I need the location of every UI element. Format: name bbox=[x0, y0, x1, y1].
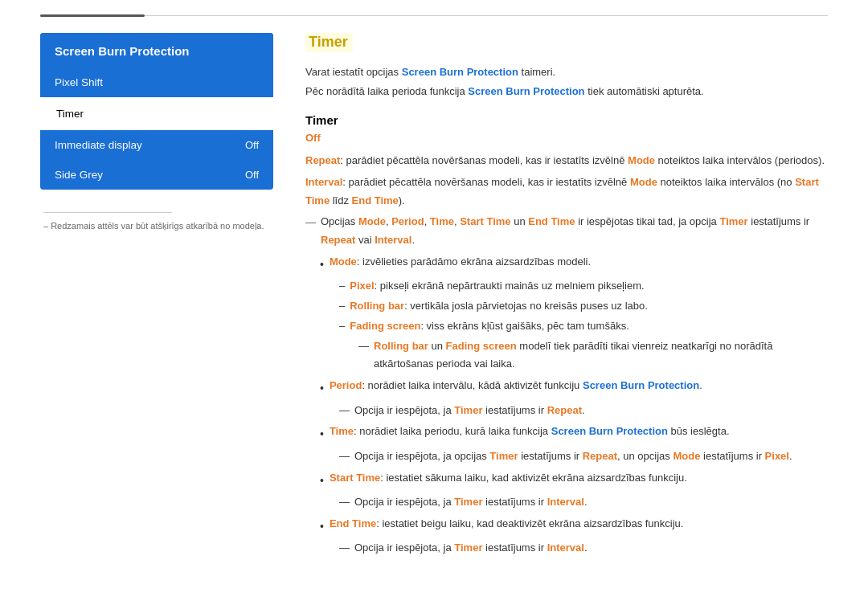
interval-label: Interval bbox=[305, 176, 342, 188]
note-end-time-text: Opcija ir iespējota, ja Timer iestatījum… bbox=[354, 539, 588, 558]
bullet-list: • Mode: izvēlieties parādāmo ekrāna aizs… bbox=[320, 253, 828, 558]
mode-ref-1: Mode bbox=[628, 154, 655, 166]
sub-dash: – bbox=[339, 277, 345, 296]
sidebar-item-label: Timer bbox=[56, 108, 84, 120]
note-time-text: Opcija ir iespējota, ja opcijas Timer ie… bbox=[354, 447, 792, 466]
bullet-end-time: • End Time: iestatiet beigu laiku, kad d… bbox=[320, 515, 828, 537]
bullet-time: • Time: norādiet laika periodu, kurā lai… bbox=[320, 423, 828, 444]
bullet-end-time-text: End Time: iestatiet beigu laiku, kad dea… bbox=[330, 515, 684, 533]
mode-ref-time: Mode bbox=[673, 450, 700, 462]
starttime-ref-2: Start Time bbox=[460, 215, 510, 227]
note-rolling-fading-text: Rolling bar un Fading screen modelī tiek… bbox=[374, 337, 828, 374]
note-rolling-fading: — Rolling bar un Fading screen modelī ti… bbox=[358, 337, 828, 374]
sub-list-mode: – Pixel: pikseļi ekrānā nepārtraukti mai… bbox=[339, 277, 828, 374]
sidebar-item-timer[interactable]: Timer bbox=[40, 97, 273, 130]
note-indent-dash: — bbox=[339, 493, 350, 512]
timer-ref-start: Timer bbox=[454, 496, 482, 508]
mode-ref-3: Mode bbox=[358, 215, 386, 227]
sub-dash: – bbox=[339, 297, 345, 316]
note-end-time: — Opcija ir iespējota, ja Timer iestatīj… bbox=[339, 539, 828, 558]
sidebar-panel: Screen Burn Protection Pixel Shift Timer… bbox=[40, 33, 273, 190]
start-time-label: Start Time bbox=[330, 472, 380, 484]
content-area: Timer Varat iestatīt opcijas Screen Burn… bbox=[305, 33, 828, 561]
bullet-period: • Period: norādiet laika intervālu, kādā… bbox=[320, 377, 828, 398]
note-text-1: Opcijas Mode, Period, Time, Start Time u… bbox=[321, 213, 828, 250]
note-start-time-text: Opcija ir iespējota, ja Timer iestatījum… bbox=[354, 493, 588, 512]
repeat-label: Repeat bbox=[305, 154, 340, 166]
sub-rolling-bar: – Rolling bar: vertikāla josla pārvietoj… bbox=[339, 297, 828, 316]
bullet-start-time: • Start Time: iestatiet sākuma laiku, ka… bbox=[320, 469, 828, 491]
timer-ref-time: Timer bbox=[489, 450, 518, 462]
status-off: Off bbox=[305, 132, 828, 144]
highlight-screen-burn-2: Screen Burn Protection bbox=[468, 85, 584, 97]
bullet-mode-text: Mode: izvēlieties parādāmo ekrāna aizsar… bbox=[330, 253, 591, 272]
bullet-dot: • bbox=[320, 471, 324, 491]
top-bar-dark-line bbox=[40, 14, 145, 17]
sidebar-item-immediate-display[interactable]: Immediate display Off bbox=[40, 130, 273, 160]
content-body: Repeat: parādiet pēcattēla novēršanas mo… bbox=[305, 152, 828, 558]
top-bar-light-line bbox=[145, 15, 828, 16]
period-label: Period bbox=[330, 379, 362, 391]
bullet-dot: • bbox=[320, 517, 324, 537]
sidebar-item-side-grey[interactable]: Side Grey Off bbox=[40, 160, 273, 190]
end-time-ref-1: End Time bbox=[352, 194, 399, 206]
interval-ref-start: Interval bbox=[547, 496, 584, 508]
note-period-text: Opcija ir iespējota, ja Timer iestatījum… bbox=[354, 402, 585, 420]
section-heading: Timer bbox=[305, 113, 828, 127]
sub-dash: – bbox=[339, 317, 345, 336]
screen-burn-ref-period: Screen Burn Protection bbox=[583, 379, 699, 391]
note-dash-1: — bbox=[305, 214, 316, 232]
bullet-dot: • bbox=[320, 424, 324, 444]
interval-ref-end: Interval bbox=[547, 541, 584, 554]
note-time: — Opcija ir iespējota, ja opcijas Timer … bbox=[339, 447, 828, 466]
intro-line-2: Pēc norādītā laika perioda funkcija Scre… bbox=[305, 83, 828, 100]
bullet-mode: • Mode: izvēlieties parādāmo ekrāna aizs… bbox=[320, 253, 828, 275]
fading-screen-ref: Fading screen bbox=[446, 340, 517, 352]
sidebar-note-text: – Redzamais attēls var būt atšķirīgs atk… bbox=[43, 221, 270, 231]
mode-label: Mode bbox=[330, 255, 357, 268]
pixel-ref-time: Pixel bbox=[765, 450, 789, 462]
rolling-bar-label: Rolling bar bbox=[350, 300, 404, 312]
note-options-line: — Opcijas Mode, Period, Time, Start Time… bbox=[305, 213, 828, 250]
sub-pixel-text: Pixel: pikseļi ekrānā nepārtraukti mainā… bbox=[350, 277, 644, 296]
sub-rolling-text: Rolling bar: vertikāla josla pārvietojas… bbox=[350, 297, 648, 316]
sidebar-item-value: Off bbox=[245, 139, 259, 151]
note-indent-dash: — bbox=[339, 539, 350, 558]
note-indent-dash: — bbox=[358, 337, 369, 356]
sidebar-note: – Redzamais attēls var būt atšķirīgs atk… bbox=[40, 212, 273, 231]
content-title: Timer bbox=[305, 33, 353, 52]
main-content: Screen Burn Protection Pixel Shift Timer… bbox=[0, 25, 868, 577]
sub-fading-text: Fading screen: viss ekrāns kļūst gaišāks… bbox=[350, 317, 629, 336]
sub-pixel: – Pixel: pikseļi ekrānā nepārtraukti mai… bbox=[339, 277, 828, 296]
end-time-label: End Time bbox=[330, 517, 376, 529]
intro-line-1: Varat iestatīt opcijas Screen Burn Prote… bbox=[305, 63, 828, 81]
sidebar-title: Screen Burn Protection bbox=[40, 33, 273, 67]
note-indent-dash: — bbox=[339, 402, 350, 420]
fading-screen-label: Fading screen bbox=[350, 320, 420, 332]
interval-ref-1: Interval bbox=[375, 234, 411, 246]
repeat-line: Repeat: parādiet pēcattēla novēršanas mo… bbox=[305, 152, 828, 170]
sidebar-item-label: Side Grey bbox=[55, 169, 103, 181]
sidebar-item-pixel-shift[interactable]: Pixel Shift bbox=[40, 67, 273, 97]
sidebar-item-label: Immediate display bbox=[55, 139, 142, 151]
bullet-dot: • bbox=[320, 378, 324, 398]
bullet-period-text: Period: norādiet laika intervālu, kādā a… bbox=[330, 377, 702, 395]
bullet-dot: • bbox=[320, 255, 324, 275]
timer-ref-end: Timer bbox=[454, 541, 482, 554]
sidebar: Screen Burn Protection Pixel Shift Timer… bbox=[40, 33, 273, 561]
timer-ref-1: Timer bbox=[719, 215, 747, 227]
time-ref-1: Time bbox=[430, 215, 454, 227]
time-label: Time bbox=[330, 425, 354, 437]
bullet-time-text: Time: norādiet laika periodu, kurā laika… bbox=[330, 423, 730, 441]
top-bar bbox=[0, 0, 868, 25]
repeat-ref-period: Repeat bbox=[547, 404, 582, 416]
repeat-ref-1: Repeat bbox=[321, 234, 355, 246]
sub-fading-screen: – Fading screen: viss ekrāns kļūst gaišā… bbox=[339, 317, 828, 336]
content-intro: Varat iestatīt opcijas Screen Burn Prote… bbox=[305, 63, 828, 100]
interval-line: Interval: parādiet pēcattēla novēršanas … bbox=[305, 174, 828, 210]
rolling-bar-ref: Rolling bar bbox=[374, 340, 428, 352]
note-start-time: — Opcija ir iespējota, ja Timer iestatīj… bbox=[339, 493, 828, 512]
timer-ref-period: Timer bbox=[454, 404, 482, 416]
highlight-screen-burn-1: Screen Burn Protection bbox=[402, 66, 518, 78]
note-indent-dash: — bbox=[339, 447, 350, 466]
